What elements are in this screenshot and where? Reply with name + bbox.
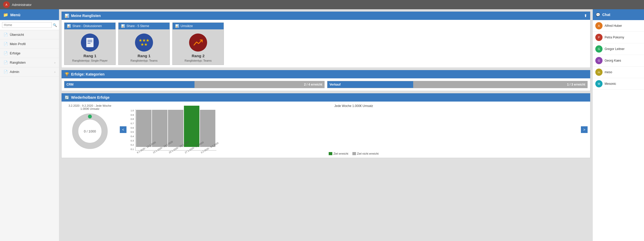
top-bar: A Administrator [0,0,644,9]
folder-small-icon: 📄 [4,51,8,55]
sidebar-item-ranglisten[interactable]: 📄 Ranglisten › [0,58,59,67]
legend-label-achieved: Ziel erreicht [333,152,348,155]
sidebar-item-label: Mein Profil [10,42,26,46]
rank-icon-2 [189,34,207,52]
folder-icon: 📁 [3,12,8,17]
ranglisten-title: Meine Ranglisten [71,14,101,18]
donut-value-label: 0 / 1000 [84,129,96,133]
chart-next-button[interactable]: > [581,126,588,133]
legend-not-achieved: Ziel nicht erreicht [352,152,379,155]
chat-avatar-4: m [595,69,603,76]
rank-card-header-2: 📊 Umsätze [173,23,224,29]
rank-label-0: Rang 1 [83,54,96,58]
legend-label-not-achieved: Ziel nicht erreicht [357,152,379,155]
search-input[interactable] [2,22,52,28]
verkauf-progress-wrap: Verkauf 1 / 3 erreicht [327,81,588,88]
rank-subtext-0: Ranglistentyp: Single Player [72,59,108,62]
chat-avatar-2: G [595,45,603,53]
chart-icon-small: 📊 [175,24,179,28]
chart-prev-button[interactable]: < [120,126,126,133]
sidebar-item-erfolge[interactable]: 📄 Erfolge [0,49,59,58]
search-icon[interactable]: 🔍 [53,23,57,27]
sidebar-item-label: Admin [10,70,19,74]
verkauf-filled: Verkauf [327,81,413,88]
erfolge-bars-container: CRM 2 / 4 erreicht Verkauf 1 / [62,78,590,91]
legend-color-not-achieved [352,152,356,155]
rank-card-title-0: Share - Diskussionen [72,24,102,28]
chat-username-4: meso [605,70,612,74]
chat-avatar-5: M [595,80,603,87]
chat-user-3[interactable]: G Georg Kaes [593,55,644,67]
sidebar-search-container: 🔍 [0,20,59,30]
rank-card-body-2: Rang 2 Ranglistentyp: Teams [173,29,224,65]
rank-label-1: Rang 1 [138,54,150,58]
bar-0 [136,110,151,147]
rank-card-title-2: Umsätze [181,24,193,28]
crm-label: CRM [66,83,73,86]
rank-card-0[interactable]: 📊 Share - Diskussionen Rang 1 Ranglisten… [64,22,116,65]
folder-small-icon: 📄 [4,42,8,46]
crm-status: 2 / 4 erreicht [304,83,322,86]
refresh-icon: 🔄 [65,95,69,99]
chat-title: Chat [602,13,610,17]
bar-chart-area: 6.1.2020 - 12.1.2020 13.1.2020 - 19.1.20… [135,109,216,151]
sidebar-item-label: Erfolge [10,51,20,55]
sidebar-item-mein-profil[interactable]: 📄 Mein Profil [0,39,59,49]
verkauf-status: 1 / 3 erreicht [567,83,585,86]
content-area: 📊 Meine Ranglisten ⬆ 📊 Share - Diskussio… [59,9,592,241]
rank-label-2: Rang 2 [192,54,205,58]
bar-chart-section: Jede Woche 1.000€ Umsatz 1.0 0.9 0.8 0.7… [131,104,577,155]
ranglisten-panel: 📊 Meine Ranglisten ⬆ 📊 Share - Diskussio… [61,11,590,68]
sidebar-item-label: Übersicht [10,33,24,37]
chart-legend: Ziel erreicht Ziel nicht erreicht [131,152,577,155]
rank-subtext-1: Ranglistentyp: Teams [131,59,158,62]
sidebar-header: 📁 Menü [0,9,59,20]
svg-text:★★: ★★ [140,42,148,47]
chat-user-1[interactable]: P Petra Pokorny [593,32,644,43]
rank-card-title-1: Share - 5 Sterne [126,24,149,28]
erfolge-header: 🏆 Erfolge: Kategorien [62,70,590,78]
chat-user-4[interactable]: m meso [593,67,644,78]
rank-card-1[interactable]: 📊 Share - 5 Sterne ★★★ ★★ Rang 1 Rangl [118,22,170,65]
rank-card-2[interactable]: 📊 Umsätze Rang 2 Ranglistentyp: Team [172,22,224,65]
verkauf-progress-bar: Verkauf 1 / 3 erreicht [327,81,588,88]
chat-username-5: Mesonic [605,82,616,86]
crm-progress-wrap: CRM 2 / 4 erreicht [64,81,325,88]
chat-icon: 💬 [596,13,600,17]
chat-user-2[interactable]: G Gregor Leitner [593,43,644,55]
sidebar-item-admin[interactable]: 📄 Admin › [0,67,59,77]
chat-avatar-1: P [595,34,603,41]
svg-text:★★★: ★★★ [139,38,149,43]
chat-username-3: Georg Kaes [605,59,621,62]
folder-small-icon: 📄 [4,70,8,74]
sidebar: 📁 Menü 🔍 📄 Übersicht 📄 Mein Profil 📄 Erf… [0,9,59,241]
chat-header: 💬 Chat [593,9,644,20]
crm-progress-bar: CRM 2 / 4 erreicht [64,81,325,88]
y-axis: 1.0 0.9 0.8 0.7 0.6 0.5 0.4 0.3 0.2 0.1 [131,109,135,151]
erfolge-panel: 🏆 Erfolge: Kategorien CRM 2 / 4 erreicht [61,70,590,91]
ranglisten-cards-container: 📊 Share - Diskussionen Rang 1 Ranglisten… [62,20,590,68]
wiederholbare-body: 3.2.2020 - 9.2.2020 - Jede Woche 1.000€ … [62,102,590,158]
chat-username-1: Petra Pokorny [605,36,624,39]
crm-empty: 2 / 4 erreicht [194,81,325,88]
ranglisten-header: 📊 Meine Ranglisten ⬆ [62,12,590,20]
chat-username-0: Alfred Huber [605,24,622,28]
legend-achieved: Ziel erreicht [329,152,348,155]
erfolge-title: Erfolge: Kategorien [71,72,105,76]
donut-section: 3.2.2020 - 9.2.2020 - Jede Woche 1.000€ … [64,104,116,151]
folder-small-icon: 📄 [4,61,8,64]
trophy-icon: 🏆 [65,72,69,76]
chat-user-0[interactable]: A Alfred Huber [593,20,644,32]
rank-card-header-0: 📊 Share - Diskussionen [64,23,115,29]
rank-card-header-1: 📊 Share - 5 Sterne [118,23,170,29]
username-label: Administrator [12,3,32,7]
rank-icon-0 [81,34,99,52]
rank-icon-1: ★★★ ★★ [135,34,153,52]
chat-user-5[interactable]: M Mesonic [593,78,644,90]
collapse-icon[interactable]: ⬆ [584,14,587,18]
user-avatar: A [3,1,10,8]
donut-title: 3.2.2020 - 9.2.2020 - Jede Woche 1.000€ … [64,104,116,110]
sidebar-item-ubersicht[interactable]: 📄 Übersicht [0,30,59,39]
wiederholbare-panel: 🔄 Wiederholbare Erfolge 3.2.2020 - 9.2.2… [61,93,590,158]
sidebar-title: Menü [10,13,20,17]
